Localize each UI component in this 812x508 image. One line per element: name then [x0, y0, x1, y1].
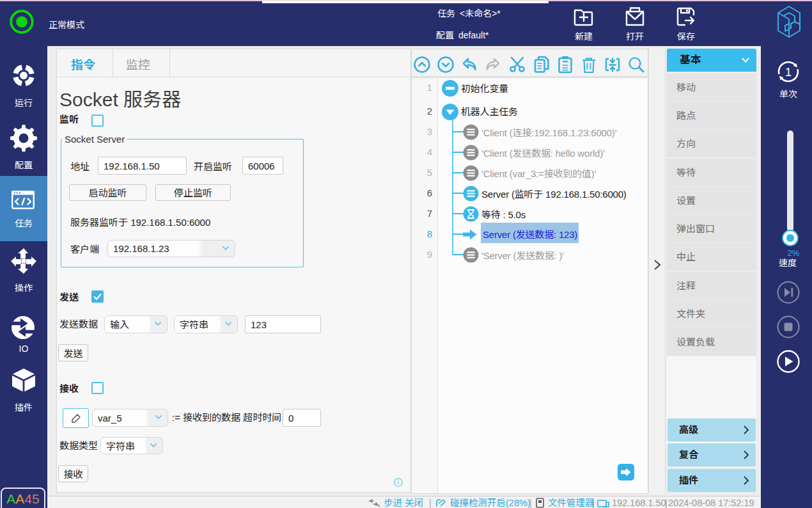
svg-text:1: 1: [785, 66, 792, 79]
